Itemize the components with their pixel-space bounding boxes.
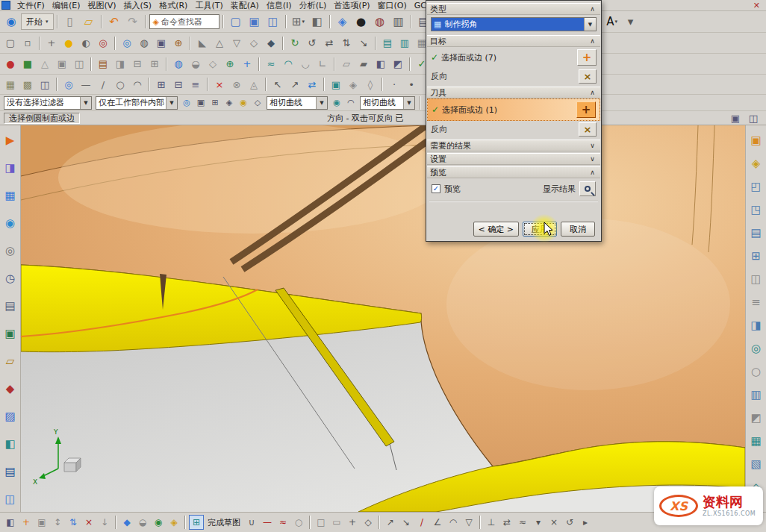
- toolbar-icon[interactable]: ⇅: [66, 515, 81, 530]
- toolbar-icon[interactable]: ◈: [334, 13, 352, 31]
- toolbar-icon[interactable]: ⇅: [338, 35, 355, 51]
- menu-item[interactable]: 视图(V): [84, 0, 119, 11]
- toolbar-icon[interactable]: ◍: [371, 13, 389, 31]
- toolbar-icon[interactable]: ◫: [71, 56, 87, 72]
- toolbar-icon[interactable]: ◎: [119, 35, 135, 51]
- toolbar-icon[interactable]: ◩: [390, 56, 406, 72]
- viewport-3d-model[interactable]: Y X: [21, 125, 745, 512]
- toolbar-icon[interactable]: ▣: [727, 111, 744, 125]
- toolbar-icon[interactable]: ◠: [129, 76, 146, 93]
- toolbar-icon[interactable]: ▣: [328, 76, 344, 93]
- new-button[interactable]: ▯: [61, 13, 79, 31]
- toolbar-icon[interactable]: ⊟: [129, 56, 146, 72]
- toolbar-icon[interactable]: ∟: [314, 56, 331, 72]
- toolbar-icon[interactable]: ○: [747, 363, 765, 381]
- toolbar-icon[interactable]: ◧: [308, 13, 326, 31]
- toolbar-icon[interactable]: ◈: [747, 154, 765, 172]
- toolbar-icon[interactable]: ▣: [194, 96, 208, 110]
- chevron-down-icon[interactable]: ∨: [588, 141, 597, 150]
- toolbar-icon[interactable]: ◒: [135, 515, 150, 530]
- toolbar-icon[interactable]: ◉: [151, 515, 166, 530]
- start-menu-button[interactable]: 开始▾: [21, 13, 54, 30]
- menu-item[interactable]: 格式(R): [155, 0, 191, 11]
- add-target-button[interactable]: +: [577, 49, 597, 66]
- toolbar-icon[interactable]: ⊞▾: [290, 13, 308, 31]
- toolbar-icon[interactable]: ◠: [446, 515, 461, 530]
- toolbar-icon[interactable]: ≡: [747, 293, 765, 311]
- toolbar-icon[interactable]: □: [314, 515, 328, 530]
- menu-item[interactable]: 插入(S): [120, 0, 156, 11]
- toolbar-icon[interactable]: ▾: [622, 13, 640, 31]
- toolbar-icon[interactable]: ↗: [287, 76, 303, 93]
- toolbar-icon[interactable]: ◍: [170, 56, 187, 72]
- toolbar-icon[interactable]: ↗: [383, 515, 398, 530]
- toolbar-icon[interactable]: ⇄: [499, 515, 514, 530]
- menu-item[interactable]: 窗口(O): [374, 0, 411, 11]
- undo-button[interactable]: ↶: [105, 13, 123, 31]
- menu-item[interactable]: 分析(L): [296, 0, 331, 11]
- toolbar-icon[interactable]: ◫: [37, 76, 53, 93]
- toolbar-icon[interactable]: ▥: [747, 386, 765, 404]
- toolbar-icon[interactable]: ×: [81, 515, 96, 530]
- close-icon[interactable]: ✕: [749, 1, 765, 10]
- toolbar-icon[interactable]: ⊟: [170, 76, 187, 93]
- toolbar-icon[interactable]: ◐: [78, 35, 94, 51]
- toolbar-icon[interactable]: ▶: [1, 131, 19, 149]
- toolbar-icon[interactable]: ◧: [1, 435, 19, 453]
- toolbar-icon[interactable]: ○: [112, 76, 128, 93]
- annotation-button[interactable]: A▾: [603, 13, 621, 31]
- toolbar-icon[interactable]: ◊: [362, 76, 379, 93]
- toolbar-icon[interactable]: ·: [386, 76, 402, 93]
- toolbar-icon[interactable]: △: [37, 56, 53, 72]
- toolbar-icon[interactable]: ▥: [396, 35, 413, 51]
- toolbar-icon[interactable]: ◫: [745, 111, 762, 125]
- toolbar-icon[interactable]: ◒: [187, 56, 204, 72]
- toolbar-icon[interactable]: △: [211, 35, 228, 51]
- toolbar-icon[interactable]: ▧: [747, 455, 765, 473]
- toolbar-icon[interactable]: —: [78, 76, 94, 93]
- toolbar-icon[interactable]: ▦: [2, 76, 19, 93]
- toolbar-icon[interactable]: ◇: [361, 515, 376, 530]
- toolbar-icon[interactable]: ⊕: [222, 56, 238, 72]
- toolbar-icon[interactable]: ▦: [747, 432, 765, 450]
- toolbar-icon[interactable]: ▤: [379, 35, 396, 51]
- toolbar-icon[interactable]: ◇: [251, 96, 264, 110]
- command-finder[interactable]: ◈命令查找器: [149, 14, 219, 29]
- toolbar-icon[interactable]: ▭: [329, 515, 344, 530]
- toolbar-icon[interactable]: ▣: [747, 131, 765, 149]
- chevron-up-icon[interactable]: ∧: [588, 37, 597, 46]
- toolbar-icon[interactable]: ⊗: [228, 76, 245, 93]
- toolbar-icon[interactable]: ◧: [3, 515, 18, 530]
- toolbar-icon[interactable]: ⇄: [304, 76, 320, 93]
- toolbar-icon[interactable]: ⊞: [208, 96, 222, 110]
- graphics-viewport[interactable]: Y X: [21, 125, 745, 512]
- toolbar-icon[interactable]: ◇: [205, 56, 221, 72]
- toolbar-icon[interactable]: ●: [60, 35, 77, 51]
- toolbar-icon[interactable]: ◎: [180, 96, 193, 110]
- toolbar-icon[interactable]: ▨: [1, 407, 19, 425]
- toolbar-icon[interactable]: ◈: [166, 515, 181, 530]
- toolbar-icon[interactable]: ◫: [264, 13, 282, 31]
- section-header-settings[interactable]: 设置 ∨: [427, 153, 600, 165]
- toolbar-icon[interactable]: ▾: [531, 515, 546, 530]
- section-header-type[interactable]: 类型 ∧: [427, 3, 600, 15]
- toolbar-icon[interactable]: ◩: [747, 409, 765, 427]
- toolbar-icon[interactable]: ◉: [1, 214, 19, 232]
- toolbar-icon[interactable]: ◈: [345, 76, 361, 93]
- toolbar-icon[interactable]: ◬: [246, 76, 262, 93]
- apply-button[interactable]: 应用: [523, 222, 557, 237]
- cancel-button[interactable]: 取消: [561, 222, 595, 237]
- toolbar-icon[interactable]: ▣: [34, 515, 49, 530]
- toolbar-icon[interactable]: •: [403, 76, 420, 93]
- show-result-button[interactable]: [579, 181, 596, 196]
- chevron-down-icon[interactable]: ∨: [588, 154, 597, 163]
- chevron-down-icon[interactable]: ▼: [166, 97, 177, 109]
- toolbar-icon[interactable]: ▸: [578, 515, 593, 530]
- preview-checkbox[interactable]: ✓: [432, 184, 440, 193]
- toolbar-icon[interactable]: ◆: [119, 515, 134, 530]
- section-header-results[interactable]: 需要的结果 ∨: [427, 140, 600, 151]
- toolbar-icon[interactable]: ◨: [112, 56, 128, 72]
- reverse-direction-button[interactable]: ×: [579, 69, 597, 84]
- toolbar-icon[interactable]: ↘: [355, 35, 372, 51]
- chevron-down-icon[interactable]: ▼: [80, 97, 91, 109]
